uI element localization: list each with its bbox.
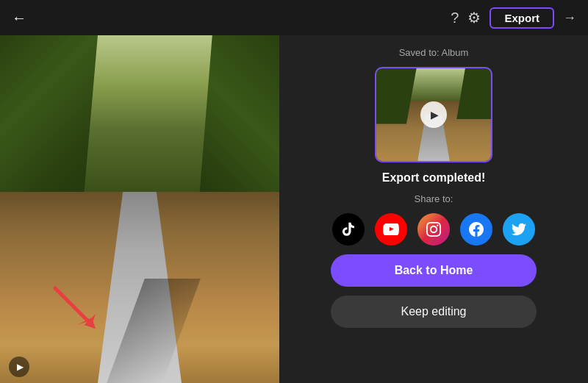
export-button[interactable]: Export xyxy=(490,7,554,29)
header-left: ← xyxy=(12,10,26,26)
export-completed-label: Export completed! xyxy=(382,171,485,185)
youtube-share-button[interactable] xyxy=(375,213,407,246)
help-icon[interactable]: ? xyxy=(451,10,459,26)
twitter-share-button[interactable] xyxy=(503,213,535,246)
play-icon: ▶ xyxy=(17,362,24,372)
video-thumbnail[interactable]: ▶ xyxy=(375,67,492,162)
thumbnail-play-icon: ▶ xyxy=(431,109,439,121)
twitter-icon xyxy=(512,222,526,237)
thumbnail-play-button[interactable]: ▶ xyxy=(420,101,447,128)
right-panel: Saved to: Album ▶ Export completed! Shar… xyxy=(279,35,588,383)
video-background xyxy=(0,35,279,383)
settings-icon[interactable]: ⚙ xyxy=(467,9,481,26)
saved-to-label: Saved to: Album xyxy=(399,47,469,58)
header-right: ? ⚙ Export → xyxy=(451,7,576,29)
red-arrow-icon xyxy=(44,277,103,336)
facebook-share-button[interactable] xyxy=(460,213,492,246)
svg-line-0 xyxy=(55,288,88,321)
video-panel: ▶ xyxy=(0,35,279,383)
keep-editing-button[interactable]: Keep editing xyxy=(331,296,537,328)
facebook-icon xyxy=(469,222,484,237)
back-home-button[interactable]: Back to Home xyxy=(331,254,537,287)
tiktok-icon xyxy=(340,221,356,237)
arrow-overlay xyxy=(44,277,103,339)
youtube-icon xyxy=(383,223,399,235)
back-button[interactable]: ← xyxy=(12,10,26,26)
tiktok-share-button[interactable] xyxy=(332,213,365,246)
instagram-share-button[interactable] xyxy=(417,213,450,246)
thumbnail-scene: ▶ xyxy=(376,68,491,161)
video-scene xyxy=(0,35,279,383)
play-button[interactable]: ▶ xyxy=(9,357,29,377)
forward-arrow-icon: → xyxy=(563,10,576,26)
header: ← ? ⚙ Export → xyxy=(0,0,588,35)
main-content: ▶ Saved to: Album ▶ Export completed! Sh… xyxy=(0,35,588,383)
share-icons-row xyxy=(332,213,535,246)
share-to-label: Share to: xyxy=(415,193,453,204)
instagram-icon xyxy=(426,222,441,237)
